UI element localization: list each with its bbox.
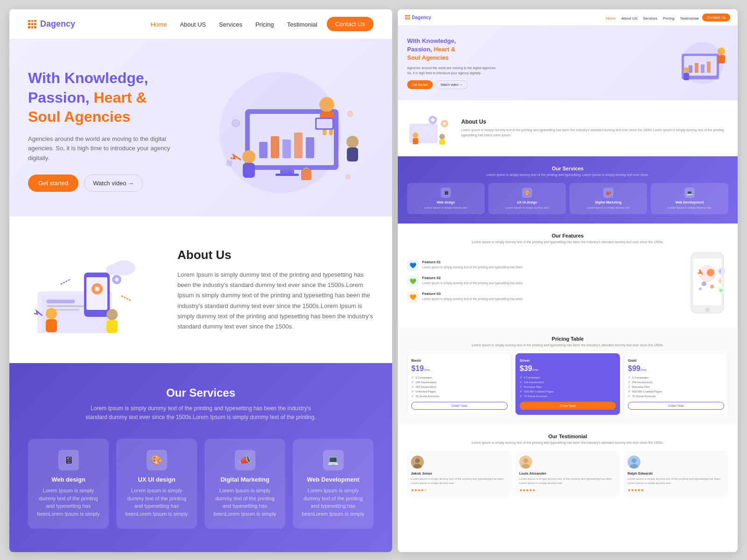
r-phone-svg: f t in	[686, 250, 728, 315]
r-hero-illustration	[672, 40, 728, 86]
svg-point-68	[710, 285, 714, 288]
svg-point-18	[346, 136, 359, 148]
svg-rect-60	[413, 138, 418, 144]
svg-line-41	[61, 280, 70, 284]
r-basic-f2: 10K keywords(s)	[411, 380, 507, 384]
ux-desc: Lorem Ipsum is simply dummy text of the …	[124, 487, 190, 518]
r-marketing-desc: Lorem Ipsum is simply dummy text	[572, 206, 644, 210]
r-test-jakob-name: Jakob Jonas	[411, 471, 508, 476]
r-hero-title: With Knowledge, Passion, Heart & Soul Ag…	[407, 37, 672, 63]
r-price-silver: Silver $39/mo 5 Campaigns 12k keywords(s…	[515, 353, 620, 415]
r-basic-btn[interactable]: Order Now	[411, 402, 507, 410]
nav-item-home[interactable]: Home	[151, 20, 167, 28]
r-nav-home[interactable]: Home	[606, 13, 616, 21]
r-jakob-stars: ★★★★☆	[411, 488, 508, 492]
r-silver-f4: 250,000 Crawled Pages	[520, 390, 616, 393]
r-feature-01-title: Feature 01	[422, 260, 522, 264]
svg-point-56	[431, 118, 435, 122]
svg-point-59	[413, 133, 418, 138]
r-silver-price: $39/mo	[520, 364, 616, 373]
hero-subtitle: Agencies around the world are moving to …	[28, 134, 177, 163]
r-silver-f3: Business Plan	[520, 385, 616, 389]
r-test-jakob: Jakob Jonas Lorem ipsum is simply dummy …	[407, 451, 512, 497]
about-content: About Us Lorem Ipsum is simply dummy tex…	[177, 248, 374, 332]
svg-rect-62	[439, 140, 445, 145]
services-section: Our Services Lorem Ipsum is simply dummy…	[9, 363, 392, 552]
r-feature-03-desc: Lorem ipsum is simply dummy text of the …	[422, 297, 522, 301]
contact-button[interactable]: Contact Us	[327, 17, 374, 31]
r-gold-f2: 25k keywords(s)	[628, 380, 724, 384]
nav-item-services[interactable]: Services	[219, 20, 242, 28]
r-get-started-button[interactable]: Get started	[407, 80, 433, 89]
r-silver-name: Silver	[520, 358, 616, 363]
r-marketing-icon: 📣	[603, 188, 613, 198]
r-hero-circle-dec	[682, 42, 724, 84]
r-service-marketing: 📣 Digital Marketing Lorem Ipsum is simpl…	[570, 183, 647, 214]
svg-point-32	[95, 287, 99, 291]
watch-video-button[interactable]: Watch video →	[84, 175, 143, 192]
svg-rect-40	[106, 320, 118, 333]
r-silver-btn[interactable]: Order Now	[520, 402, 616, 410]
r-gold-btn[interactable]: Order Now	[628, 402, 724, 410]
ux-icon: 🎨	[147, 450, 167, 470]
r-feature-01: 💙 Feature 01 Lorem ipsum is simply dummy…	[407, 260, 681, 271]
service-card-marketing: 📣 Digital Marketing Lorem Ipsum is simpl…	[204, 439, 285, 529]
svg-point-61	[439, 134, 445, 140]
webdesign-desc: Lorem Ipsum is simply dummy text of the …	[35, 487, 101, 518]
r-brand-name: Dagency	[412, 15, 431, 20]
r-test-louis-name: Louis Alexander	[519, 471, 616, 476]
r-webdev-desc: Lorem Ipsum is simply dummy text	[654, 206, 726, 210]
r-basic-f3: 250 keywords(s)	[411, 385, 507, 389]
r-nav-about[interactable]: About US	[621, 13, 637, 21]
r-hero-buttons: Get started Watch video →	[407, 80, 672, 89]
svg-rect-19	[347, 147, 358, 161]
svg-text:in: in	[719, 288, 723, 293]
r-feature-02: 💚 Feature 02 Lorem ipsum is simply dummy…	[407, 276, 681, 287]
r-features-heading: Our Features	[407, 233, 728, 238]
svg-point-37	[46, 308, 57, 319]
r-feature-01-desc: Lorem ipsum is simply dummy text of the …	[422, 265, 522, 269]
r-watch-button[interactable]: Watch video →	[436, 80, 468, 89]
svg-rect-38	[46, 319, 57, 332]
r-webdesign-icon: 🖥	[441, 188, 451, 198]
r-nav-pricing[interactable]: Pricing	[663, 13, 674, 21]
r-webdesign-desc: Lorem Ipsum is simply dummy text	[410, 206, 482, 210]
r-services-subtitle: Lorem ipsum is simply dummy text of the …	[407, 173, 728, 176]
webdev-icon: 💻	[323, 450, 344, 470]
svg-point-76	[705, 308, 710, 312]
r-about-illustration	[407, 110, 454, 147]
r-nav-testimonial[interactable]: Testimonial	[680, 13, 698, 21]
r-basic-price: $19/mo	[411, 364, 507, 373]
nav-item-about[interactable]: About US	[180, 20, 206, 28]
nav-item-testimonial[interactable]: Testimonial	[287, 20, 317, 28]
r-feature-01-icon: 💙	[407, 260, 418, 271]
r-feature-03-title: Feature 03	[422, 292, 522, 296]
r-feature-02-title: Feature 02	[422, 276, 522, 280]
r-gold-price: $99/mo	[628, 364, 724, 373]
hero-title: With Knowledge, Passion, Heart & Soul Ag…	[28, 69, 201, 127]
r-test-ralph-name: Ralph Edwards	[627, 471, 725, 476]
svg-point-84	[632, 458, 636, 463]
svg-line-42	[121, 296, 131, 301]
r-hero-subtitle: Agencies around the world are moving to …	[407, 66, 500, 76]
r-about-heading: About Us	[461, 119, 728, 125]
r-gold-f3: Business Plan	[628, 385, 724, 389]
nav-item-pricing[interactable]: Pricing	[255, 20, 274, 28]
r-webdev-title: Web Development	[654, 201, 726, 204]
r-price-gold: Gold $99/mo 5 Campaigns 25k keywords(s) …	[624, 353, 728, 415]
r-webdev-icon: 💻	[684, 188, 695, 198]
r-feature-03-icon: 🧡	[407, 292, 418, 303]
r-gold-f5: 70 Social Accounts	[628, 394, 724, 398]
main-panel: Dagency Home About US Services Pricing T…	[9, 9, 392, 552]
services-grid: 🖥 Web design Lorem Ipsum is simply dummy…	[28, 439, 374, 529]
nav-links: Home About US Services Pricing Testimoni…	[151, 20, 317, 28]
r-nav-links: Home About US Services Pricing Testimoni…	[606, 13, 699, 21]
r-nav-services[interactable]: Services	[643, 13, 657, 21]
r-services-heading: Our Services	[407, 166, 728, 171]
r-hero-section: With Knowledge, Passion, Heart & Soul Ag…	[398, 26, 738, 100]
svg-point-39	[106, 309, 118, 320]
r-about-svg	[407, 110, 454, 145]
get-started-button[interactable]: Get started	[28, 175, 78, 192]
r-contact-button[interactable]: Contact Us	[702, 14, 730, 21]
r-about-section: About Us Lorem ipsum is simply dummy tex…	[398, 100, 738, 156]
